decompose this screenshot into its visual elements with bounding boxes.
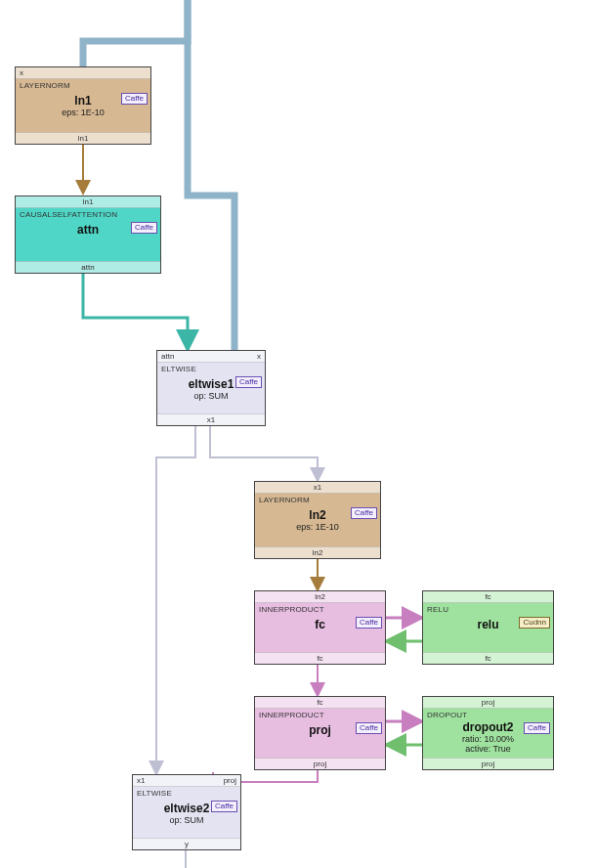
node-type: DROPOUT	[427, 711, 549, 719]
port-top-label-l: x1	[133, 776, 187, 785]
node-ln1[interactable]: x LAYERNORM Caffe ln1 eps: 1E-10 ln1	[15, 66, 151, 145]
port-top-label: x1	[255, 483, 380, 492]
node-type: ELTWISE	[161, 365, 261, 373]
node-proj[interactable]: fc INNERPRODUCT Caffe proj proj	[254, 696, 386, 770]
node-dropout2[interactable]: proj DROPOUT Caffe dropout2 ratio: 10.00…	[422, 696, 554, 770]
node-params: eps: 1E-10	[259, 522, 376, 532]
port-top-label: ln2	[255, 592, 385, 601]
node-eltwise2[interactable]: x1 proj ELTWISE Caffe eltwise2 op: SUM y	[132, 774, 241, 850]
port-top-label-r: proj	[187, 776, 240, 785]
node-eltwise1[interactable]: attn x ELTWISE Caffe eltwise1 op: SUM x1	[156, 350, 266, 426]
backend-badge: Caffe	[524, 722, 550, 734]
node-type: ELTWISE	[137, 789, 236, 798]
node-params-1: ratio: 10.00%	[427, 734, 549, 744]
port-bot-label: y	[185, 840, 189, 848]
node-ln2[interactable]: x1 LAYERNORM Caffe ln2 eps: 1E-10 ln2	[254, 481, 381, 559]
backend-badge: Caffe	[131, 222, 157, 234]
node-type: INNERPRODUCT	[259, 605, 381, 614]
node-type: INNERPRODUCT	[259, 711, 381, 719]
node-params-2: active: True	[427, 744, 549, 754]
port-bot-label: fc	[485, 654, 490, 663]
node-params: op: SUM	[161, 391, 261, 401]
backend-badge: Caffe	[211, 801, 237, 812]
port-top-label: proj	[423, 698, 553, 707]
node-type: LAYERNORM	[259, 496, 376, 504]
backend-badge: Caffe	[235, 376, 262, 388]
node-params: op: SUM	[137, 815, 236, 825]
port-bot-label: attn	[81, 263, 94, 272]
backend-badge: Caffe	[121, 93, 148, 105]
node-attn[interactable]: ln1 CAUSALSELFATTENTION Caffe attn attn	[15, 195, 161, 274]
backend-badge: Caffe	[356, 617, 382, 629]
port-top-label: fc	[423, 592, 553, 601]
backend-badge: Caffe	[351, 507, 377, 519]
backend-badge: Cudnn	[519, 617, 550, 629]
port-top-label-r: x	[211, 352, 265, 361]
diagram-canvas: { "framework_badge": "Caffe", "cudnn_bad…	[0, 0, 596, 868]
port-bot-label: proj	[482, 760, 494, 768]
port-top-label: fc	[255, 698, 385, 707]
port-bot-label: proj	[314, 760, 326, 768]
node-type: RELU	[427, 605, 549, 614]
port-bot-label: ln2	[313, 548, 323, 557]
node-params: eps: 1E-10	[20, 108, 147, 117]
node-relu[interactable]: fc RELU Cudnn relu fc	[422, 590, 554, 665]
node-type: LAYERNORM	[20, 81, 147, 90]
port-bot-label: ln1	[78, 134, 89, 143]
port-top-label: x	[16, 68, 150, 77]
node-type: CAUSALSELFATTENTION	[20, 210, 156, 219]
port-top-label: ln1	[16, 197, 160, 206]
backend-badge: Caffe	[356, 722, 382, 734]
port-top-label-l: attn	[157, 352, 211, 361]
port-bot-label: fc	[317, 654, 322, 663]
node-fc[interactable]: ln2 INNERPRODUCT Caffe fc fc	[254, 590, 386, 665]
port-bot-label: x1	[207, 415, 215, 424]
